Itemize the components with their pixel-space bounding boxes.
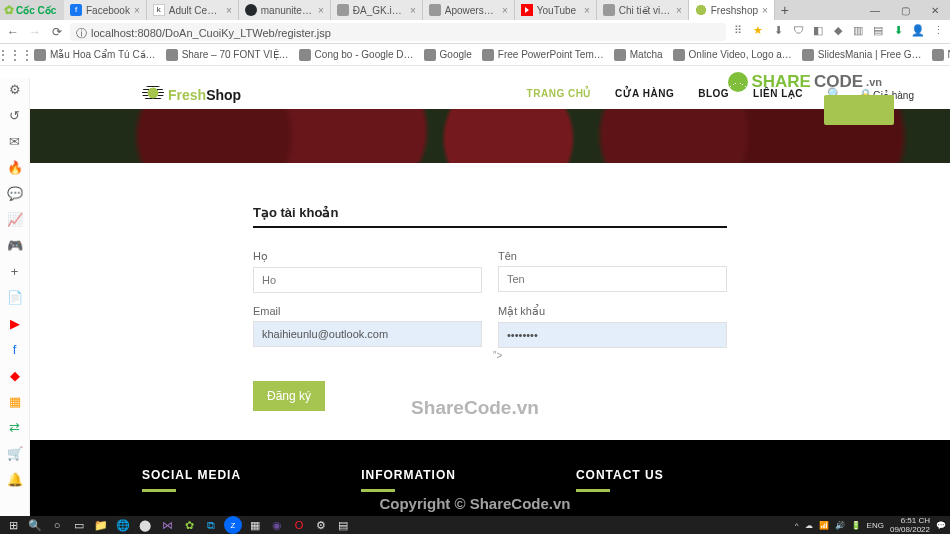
- tab-apowersoft[interactable]: Apowersoft…×: [423, 0, 515, 20]
- site-logo[interactable]: FreshShop: [142, 85, 241, 103]
- facebook-icon[interactable]: f: [6, 340, 24, 358]
- battery-icon[interactable]: 🔋: [851, 521, 861, 530]
- gamepad-icon[interactable]: 🎮: [6, 236, 24, 254]
- site-info-icon[interactable]: ⓘ: [76, 27, 87, 39]
- pass-input[interactable]: [498, 322, 727, 348]
- leaf-icon: [142, 85, 166, 103]
- ext-icon[interactable]: ◆: [830, 24, 846, 40]
- eclipse-icon[interactable]: ◉: [268, 516, 286, 534]
- close-icon[interactable]: ×: [410, 5, 416, 16]
- explorer-icon[interactable]: 📁: [92, 516, 110, 534]
- nav-home[interactable]: TRANG CHỦ: [527, 88, 591, 99]
- ext-savior-icon[interactable]: ⬇: [890, 24, 906, 40]
- bookmark-item[interactable]: Matcha: [614, 49, 663, 61]
- close-icon[interactable]: ×: [318, 5, 324, 16]
- close-icon[interactable]: ×: [676, 5, 682, 16]
- wifi-icon[interactable]: 📶: [819, 521, 829, 530]
- ho-input[interactable]: [253, 267, 482, 293]
- close-icon[interactable]: ×: [584, 5, 590, 16]
- nav-blog[interactable]: BLOG: [698, 88, 729, 99]
- youtube-icon[interactable]: ▶: [6, 314, 24, 332]
- history-icon[interactable]: ↺: [6, 106, 24, 124]
- swap-icon[interactable]: ⇄: [6, 418, 24, 436]
- coccoc-icon[interactable]: ✿: [180, 516, 198, 534]
- bookmark-item[interactable]: Mẫu Hoa Cẩm Tú Cầ…: [34, 49, 156, 61]
- messenger-icon[interactable]: 💬: [6, 184, 24, 202]
- maximize-button[interactable]: ▢: [890, 5, 920, 16]
- edge-icon[interactable]: 🌐: [114, 516, 132, 534]
- clock[interactable]: 6:51 CH 09/08/2022: [890, 516, 930, 534]
- app-icon[interactable]: ▦: [246, 516, 264, 534]
- new-tab-button[interactable]: +: [775, 0, 795, 20]
- tab-manunited[interactable]: manunited-…×: [239, 0, 331, 20]
- gear-icon[interactable]: ⚙: [6, 80, 24, 98]
- profile-avatar-icon[interactable]: 👤: [910, 24, 926, 40]
- youtube-icon: [521, 4, 533, 16]
- shield-icon[interactable]: 🛡: [790, 24, 806, 40]
- zalo-icon[interactable]: Z: [224, 516, 242, 534]
- bookmark-item[interactable]: Google: [424, 49, 472, 61]
- bookmark-item[interactable]: Neon Quake Logo A…: [932, 49, 950, 61]
- volume-icon[interactable]: 🔊: [835, 521, 845, 530]
- bookmark-item[interactable]: SlidesMania | Free G…: [802, 49, 922, 61]
- star-icon[interactable]: ★: [750, 24, 766, 40]
- ext-icon[interactable]: ◧: [810, 24, 826, 40]
- cloud-icon[interactable]: ☁: [805, 521, 813, 530]
- notifications-button[interactable]: 💬: [936, 521, 946, 530]
- fire-icon[interactable]: 🔥: [6, 158, 24, 176]
- close-icon[interactable]: ×: [762, 5, 768, 16]
- register-button[interactable]: Đăng ký: [253, 381, 325, 411]
- bookmark-item[interactable]: Online Video, Logo a…: [673, 49, 792, 61]
- bookmark-item[interactable]: Free PowerPoint Tem…: [482, 49, 604, 61]
- browser-menu-button[interactable]: ⋮: [930, 24, 946, 40]
- start-button[interactable]: ⊞: [4, 516, 22, 534]
- bookmark-item[interactable]: Cong bo - Google D…: [299, 49, 414, 61]
- taskview-button[interactable]: ▭: [70, 516, 88, 534]
- tray-chevron-icon[interactable]: ^: [795, 521, 799, 530]
- back-button[interactable]: ←: [4, 23, 22, 41]
- close-icon[interactable]: ×: [502, 5, 508, 16]
- chrome-icon[interactable]: ⬤: [136, 516, 154, 534]
- forward-button[interactable]: →: [26, 23, 44, 41]
- nav-contact[interactable]: LIÊN LẠC: [753, 88, 803, 99]
- url-input[interactable]: ⓘlocalhost:8080/DoAn_CuoiKy_LTWeb/regist…: [70, 23, 726, 41]
- vs-icon[interactable]: ⋈: [158, 516, 176, 534]
- apps-button[interactable]: ⋮⋮⋮: [6, 46, 24, 64]
- tab-facebook[interactable]: fFacebook×: [64, 0, 147, 20]
- tab-freshshop[interactable]: Freshshop×: [689, 0, 775, 20]
- window-controls: — ▢ ✕: [860, 0, 950, 20]
- email-input[interactable]: [253, 321, 482, 347]
- app-icon[interactable]: ▤: [334, 516, 352, 534]
- opera-icon[interactable]: O: [290, 516, 308, 534]
- translate-icon[interactable]: ⠿: [730, 24, 746, 40]
- ext-icon[interactable]: ▤: [870, 24, 886, 40]
- cart-icon[interactable]: 🛒: [6, 444, 24, 462]
- ten-input[interactable]: [498, 266, 727, 292]
- bell-icon[interactable]: 🔔: [6, 470, 24, 488]
- lang-label[interactable]: ENG: [867, 521, 884, 530]
- nav-shop[interactable]: CỬA HÀNG: [615, 88, 674, 99]
- vscode-icon[interactable]: ⧉: [202, 516, 220, 534]
- notes-icon[interactable]: 📄: [6, 288, 24, 306]
- cortana-button[interactable]: ○: [48, 516, 66, 534]
- add-icon[interactable]: +: [6, 262, 24, 280]
- tab-youtube[interactable]: YouTube×: [515, 0, 597, 20]
- download-icon[interactable]: ⬇: [770, 24, 786, 40]
- close-window-button[interactable]: ✕: [920, 5, 950, 16]
- mail-icon[interactable]: ✉: [6, 132, 24, 150]
- tab-da-gk[interactable]: ĐA_GK.ipyn…×: [331, 0, 423, 20]
- adobe-icon[interactable]: ◆: [6, 366, 24, 384]
- minimize-button[interactable]: —: [860, 5, 890, 16]
- settings-icon[interactable]: ⚙: [312, 516, 330, 534]
- search-button[interactable]: 🔍: [26, 516, 44, 534]
- ext-icon[interactable]: ▥: [850, 24, 866, 40]
- chart-icon[interactable]: 📈: [6, 210, 24, 228]
- reload-button[interactable]: ⟳: [48, 23, 66, 41]
- close-icon[interactable]: ×: [226, 5, 232, 16]
- tab-chitiet[interactable]: Chi tiết vide…×: [597, 0, 689, 20]
- close-icon[interactable]: ×: [134, 5, 140, 16]
- bookmark-item[interactable]: Share – 70 FONT VIỆ…: [166, 49, 289, 61]
- app-icon[interactable]: ▦: [6, 392, 24, 410]
- github-icon: [245, 4, 257, 16]
- tab-adult-census[interactable]: kAdult Censu…×: [147, 0, 239, 20]
